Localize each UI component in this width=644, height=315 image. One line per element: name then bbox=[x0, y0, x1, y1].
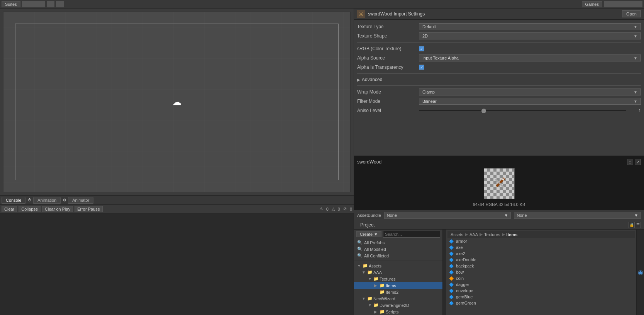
error-count: 0 bbox=[338, 207, 340, 211]
srgb-checkbox[interactable]: ✓ bbox=[419, 46, 424, 51]
preview-expand-btn[interactable]: ↗ bbox=[635, 159, 641, 165]
tree-assets[interactable]: ▼ 📁 Assets bbox=[354, 262, 442, 269]
filter-mode-dropdown[interactable]: Bilinear ▼ bbox=[419, 98, 641, 105]
tree-textures[interactable]: ▼ 📁 Textures bbox=[354, 276, 442, 282]
breadcrumb-aaa[interactable]: AAA bbox=[469, 232, 478, 237]
breadcrumb-items[interactable]: Items bbox=[507, 232, 518, 237]
wrap-mode-dropdown[interactable]: Clamp ▼ bbox=[419, 89, 641, 95]
alpha-transparency-row: Alpha Is Transparency ✓ bbox=[357, 63, 641, 71]
create-button[interactable]: Create ▼ bbox=[356, 231, 381, 237]
texture-type-label: Texture Type bbox=[357, 24, 419, 29]
wrap-mode-row: Wrap Mode Clamp ▼ bbox=[357, 88, 641, 96]
inspector-icon: ⚔ bbox=[357, 10, 365, 18]
assetbundle-dropdown-2[interactable]: None ▼ bbox=[514, 212, 641, 219]
clear-button[interactable]: Clear bbox=[2, 206, 17, 212]
tree-scrollbar[interactable] bbox=[443, 230, 446, 315]
aniso-level-value: 1 bbox=[419, 108, 641, 113]
tree-scripts[interactable]: ▶ 📁 Scripts bbox=[354, 308, 442, 315]
search-icon-prefabs: 🔍 bbox=[357, 240, 363, 245]
tree-items[interactable]: ▶ 📁 Items bbox=[354, 282, 442, 289]
filter-mode-row: Filter Mode Bilinear ▼ bbox=[357, 97, 641, 105]
list-item[interactable]: 🔷 gemBlue bbox=[447, 294, 635, 300]
toolbar-item-suites[interactable]: Suites bbox=[2, 1, 20, 7]
advanced-section-header[interactable]: ▶ Advanced bbox=[357, 76, 641, 83]
search-input[interactable] bbox=[383, 231, 440, 238]
tree-nectwizard[interactable]: ▼ 📁 NectWizard bbox=[354, 295, 442, 302]
aniso-level-row: Aniso Level 1 bbox=[357, 107, 641, 114]
advanced-label: Advanced bbox=[362, 77, 382, 82]
list-item[interactable]: 🔷 gemGreen bbox=[447, 300, 635, 306]
tab-console[interactable]: Console bbox=[2, 197, 25, 204]
tree-items2[interactable]: 📁 Items2 bbox=[354, 289, 442, 295]
folder-icon-nectwizard: 📁 bbox=[367, 296, 373, 301]
error-pause-button[interactable]: Error Pause bbox=[75, 206, 103, 212]
info-count: 0 bbox=[350, 207, 352, 211]
sword-svg bbox=[490, 174, 509, 193]
right-edge-icon[interactable]: ◉ bbox=[638, 269, 643, 276]
expand-icon-aaa: ▼ bbox=[362, 270, 366, 274]
texture-shape-label: Texture Shape bbox=[357, 33, 419, 39]
aniso-level-label: Aniso Level bbox=[357, 108, 419, 113]
dropdown-arrow-6: ▼ bbox=[504, 213, 508, 218]
texture-type-row: Texture Type Default ▼ bbox=[357, 23, 641, 31]
list-item[interactable]: 🔷 axeDouble bbox=[447, 257, 635, 263]
console-status: ⚠ 0 △ 0 ⊘ 0 bbox=[319, 206, 352, 211]
dropdown-arrow-7: ▼ bbox=[634, 213, 638, 218]
tab-project[interactable]: Project bbox=[357, 222, 378, 228]
list-item[interactable]: 🔷 dagger bbox=[447, 281, 635, 288]
filter-all-modified[interactable]: 🔍 All Modified bbox=[354, 246, 442, 252]
preview-maximize-btn[interactable]: □ bbox=[627, 159, 633, 165]
folder-icon-aaa: 📁 bbox=[367, 270, 373, 275]
list-item[interactable]: 🔷 backpack bbox=[447, 263, 635, 269]
tree-dwarfengine[interactable]: ▼ 📁 DwarfEngine2D bbox=[354, 302, 442, 308]
list-item[interactable]: 🔷 armor bbox=[447, 238, 635, 244]
list-item[interactable]: 🔷 envelope bbox=[447, 288, 635, 294]
preview-image-area: 64x64 RGBA 32 bit 16.0 KB bbox=[357, 168, 641, 207]
alpha-source-dropdown[interactable]: Input Texture Alpha ▼ bbox=[419, 54, 641, 61]
expand-icon-scripts: ▶ bbox=[374, 310, 379, 314]
collapse-button[interactable]: Collapse bbox=[19, 206, 41, 212]
divider-1 bbox=[357, 42, 641, 43]
project-file-list: Assets ▶ AAA ▶ Textures ▶ Items 🔷 armor bbox=[446, 230, 636, 315]
tab-animation[interactable]: Animation bbox=[33, 197, 61, 204]
main-area: ☁ Console ⏱ Animation ⚙ Animator Clear C… bbox=[0, 9, 644, 315]
preview-section: swordWood □ ↗ 64x64 RGBA 32 bit 16.0 KB bbox=[354, 155, 644, 210]
breadcrumb-assets[interactable]: Assets bbox=[451, 232, 463, 237]
alpha-source-label: Alpha Source bbox=[357, 55, 419, 61]
list-item[interactable]: 🔷 axe2 bbox=[447, 250, 635, 257]
toolbar-item-games[interactable]: Games bbox=[582, 1, 602, 7]
filter-all-prefabs[interactable]: 🔍 All Prefabs bbox=[354, 239, 442, 246]
filter-all-conflicted[interactable]: 🔍 All Conflicted bbox=[354, 252, 442, 259]
assetbundle-dropdown-1[interactable]: None ▼ bbox=[384, 212, 511, 219]
project-menu-btn[interactable]: ☰ bbox=[635, 222, 641, 228]
project-content: Create ▼ 🔍 All Prefabs 🔍 All Modified bbox=[354, 230, 644, 315]
texture-shape-dropdown[interactable]: 2D ▼ bbox=[419, 32, 641, 39]
warning-count: 0 bbox=[326, 207, 329, 211]
dropdown-arrow-2: ▼ bbox=[634, 34, 637, 38]
open-button[interactable]: Open bbox=[622, 10, 641, 17]
aniso-slider[interactable] bbox=[419, 110, 626, 111]
breadcrumb-textures[interactable]: Textures bbox=[484, 232, 500, 237]
tab-animator[interactable]: Animator bbox=[68, 197, 93, 204]
alpha-transparency-checkbox[interactable]: ✓ bbox=[419, 65, 424, 70]
list-item[interactable]: 🔷 bow bbox=[447, 269, 635, 275]
wrap-mode-value: Clamp ▼ bbox=[419, 89, 641, 95]
project-tabs: Project 🔒 ☰ bbox=[354, 220, 644, 230]
create-dropdown-arrow: ▼ bbox=[374, 232, 378, 237]
clear-on-play-button[interactable]: Clear on Play bbox=[42, 206, 73, 212]
scene-view[interactable]: ☁ bbox=[3, 12, 351, 192]
project-panel: Project 🔒 ☰ Create ▼ bbox=[354, 220, 644, 315]
tree-divider bbox=[354, 261, 442, 261]
expand-icon-assets: ▼ bbox=[357, 264, 362, 268]
inspector-header: ⚔ swordWood Import Settings Open bbox=[354, 9, 644, 20]
top-toolbar: Suites Games bbox=[0, 0, 644, 9]
tree-aaa[interactable]: ▼ 📁 AAA bbox=[354, 269, 442, 276]
search-icon-conflicted: 🔍 bbox=[357, 253, 363, 258]
texture-type-dropdown[interactable]: Default ▼ bbox=[419, 23, 641, 30]
list-item[interactable]: 🔷 axe bbox=[447, 244, 635, 250]
console-area: Console ⏱ Animation ⚙ Animator Clear Col… bbox=[0, 195, 354, 315]
breadcrumb: Assets ▶ AAA ▶ Textures ▶ Items bbox=[447, 231, 635, 238]
breadcrumb-arrow-1: ▶ bbox=[465, 232, 468, 237]
list-item[interactable]: 🔶 coin bbox=[447, 275, 635, 281]
project-lock-btn[interactable]: 🔒 bbox=[629, 222, 635, 228]
